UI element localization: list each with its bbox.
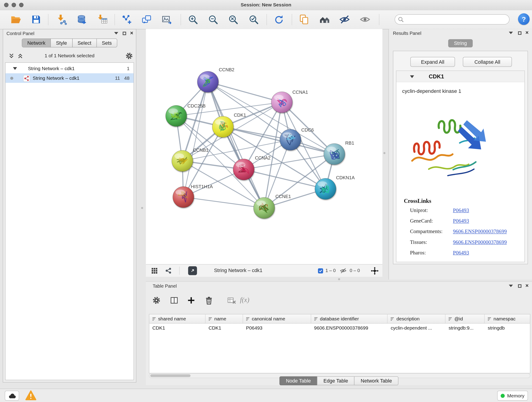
houses-button[interactable] — [318, 13, 331, 26]
network-options-button[interactable] — [125, 52, 133, 61]
refresh-view-button[interactable] — [273, 13, 285, 26]
node-CCNA1[interactable] — [271, 92, 292, 113]
cell-name[interactable]: CDK1 — [206, 324, 243, 332]
panel-menu-button[interactable] — [509, 32, 513, 34]
eye-slash-icon — [339, 14, 350, 25]
delete-column-button[interactable] — [204, 295, 214, 306]
node-CDK1[interactable] — [212, 116, 234, 137]
save-session-button[interactable] — [30, 13, 42, 26]
panel-close-button[interactable]: × — [130, 31, 133, 35]
edge-CCNB2-CCNE1[interactable] — [208, 82, 264, 208]
toolbar-separator — [179, 267, 179, 275]
expand-all-button[interactable]: Expand All — [410, 57, 455, 67]
open-in-browser-button[interactable] — [188, 266, 197, 275]
column-header[interactable]: shared name — [149, 314, 206, 323]
edge-CCNB2-CCNA1[interactable] — [208, 82, 282, 102]
node-CCNE1[interactable] — [254, 197, 275, 218]
crosslink-compartments-link[interactable]: 9606.ENSP00000378699 — [453, 229, 507, 235]
collapse-all-button[interactable]: Collapse All — [463, 57, 512, 67]
import-table-button[interactable] — [96, 13, 109, 26]
duplicate-network-button[interactable] — [140, 13, 153, 26]
pages-button[interactable] — [298, 13, 310, 26]
edge-CCNE1-HIST1H1A[interactable] — [183, 197, 264, 208]
tab-string[interactable]: String — [448, 39, 473, 47]
column-header[interactable]: namespac — [485, 314, 530, 323]
table-options-button[interactable] — [151, 295, 162, 306]
cell-shared-name[interactable]: CDK1 — [149, 324, 206, 332]
column-header[interactable]: database identifier — [311, 314, 387, 323]
node-CCNB1[interactable] — [172, 150, 193, 172]
network-canvas[interactable]: CCNB2CCNA1CDC25BCDK1CDC6RB1CCNB1CCNA2CDK… — [146, 29, 382, 264]
cell-database-identifier[interactable]: 9606.ENSP00000378699 — [311, 324, 387, 332]
zoom-in-button[interactable] — [187, 13, 199, 26]
node-CDC25B[interactable] — [166, 105, 187, 127]
column-header[interactable]: @id — [445, 314, 485, 323]
edge-CCNB2-HIST1H1A[interactable] — [183, 82, 208, 197]
crosslink-genecard-link[interactable]: P06493 — [453, 218, 469, 224]
node-CDKN1A[interactable] — [315, 178, 336, 199]
right-splitter-handle[interactable] — [383, 152, 385, 154]
column-header[interactable]: canonical name — [243, 314, 311, 323]
panel-float-button[interactable] — [518, 284, 521, 288]
tab-sets[interactable]: Sets — [96, 38, 117, 47]
tab-node-table[interactable]: Node Table — [279, 376, 317, 385]
help-button[interactable]: ? — [518, 13, 530, 25]
network-collection-row[interactable]: String Network – cdk1 1 — [6, 64, 133, 73]
cell-id[interactable]: stringdb:9... — [445, 324, 485, 332]
tab-style[interactable]: Style — [51, 38, 73, 47]
import-network-database-button[interactable] — [75, 13, 88, 26]
node-RB1[interactable] — [324, 143, 345, 165]
node-HIST1H1A[interactable] — [173, 186, 194, 208]
left-splitter-handle[interactable] — [141, 207, 143, 209]
open-session-button[interactable] — [10, 13, 22, 26]
search-input[interactable] — [406, 16, 509, 22]
cell-canonical-name[interactable]: P06493 — [243, 324, 311, 332]
panel-close-button[interactable]: × — [525, 31, 529, 35]
panel-float-button[interactable] — [518, 32, 521, 35]
crosslink-pharos-link[interactable]: P06493 — [453, 249, 469, 256]
column-header[interactable]: description — [388, 314, 446, 323]
table-row[interactable]: CDK1 CDK1 P06493 9606.ENSP00000378699 cy… — [149, 324, 530, 332]
zoom-fit-button[interactable] — [227, 13, 239, 26]
new-network-from-selection-button[interactable] — [120, 13, 133, 26]
show-columns-button[interactable] — [169, 295, 179, 306]
cell-description[interactable]: cyclin-dependent ... — [388, 324, 446, 332]
tab-select[interactable]: Select — [72, 38, 97, 47]
create-column-button[interactable] — [186, 295, 196, 306]
toolbar-separator — [181, 14, 181, 25]
export-image-button[interactable] — [161, 13, 173, 26]
node-CDC6[interactable] — [280, 129, 301, 150]
tab-network[interactable]: Network — [22, 38, 51, 47]
bottom-splitter-handle[interactable] — [338, 278, 340, 280]
zoom-selected-button[interactable] — [247, 13, 260, 26]
panel-menu-button[interactable] — [509, 285, 513, 287]
memory-button[interactable]: Memory — [497, 391, 528, 401]
node-CCNA2[interactable] — [233, 159, 254, 180]
crosslink-uniprot-link[interactable]: P06493 — [453, 207, 469, 213]
gene-section-header[interactable]: CDK1 — [396, 71, 525, 82]
tab-edge-table[interactable]: Edge Table — [317, 376, 355, 385]
cell-namespace[interactable]: stringdb — [485, 324, 530, 332]
function-builder-button[interactable]: f(x) — [240, 296, 249, 304]
tab-network-table[interactable]: Network Table — [354, 376, 399, 385]
collection-expander-icon[interactable] — [13, 67, 17, 70]
panel-menu-button[interactable] — [114, 32, 118, 34]
import-network-file-button[interactable] — [56, 13, 68, 26]
share-network-button[interactable] — [165, 268, 172, 275]
hide-unhide-button[interactable] — [338, 13, 351, 26]
zoom-out-button[interactable] — [207, 13, 219, 26]
network-row-selected[interactable]: String Network – cdk1 11 48 — [6, 73, 133, 83]
panel-close-button[interactable]: × — [525, 284, 529, 288]
birdseye-grid-button[interactable] — [151, 268, 157, 275]
gene-expander-icon[interactable] — [410, 75, 414, 78]
cloud-sync-button[interactable] — [5, 391, 19, 401]
node-CCNB2[interactable] — [197, 71, 218, 92]
fit-content-crosshair-button[interactable] — [371, 267, 379, 276]
warnings-button[interactable] — [25, 390, 36, 402]
delete-table-button-disabled[interactable] — [226, 295, 237, 306]
show-graphics-button[interactable] — [359, 13, 371, 26]
column-header[interactable]: name — [206, 314, 243, 323]
crosslink-tissues-link[interactable]: 9606.ENSP00000378699 — [453, 239, 507, 245]
panel-float-button[interactable] — [123, 32, 126, 35]
selected-checkbox[interactable] — [318, 268, 323, 274]
